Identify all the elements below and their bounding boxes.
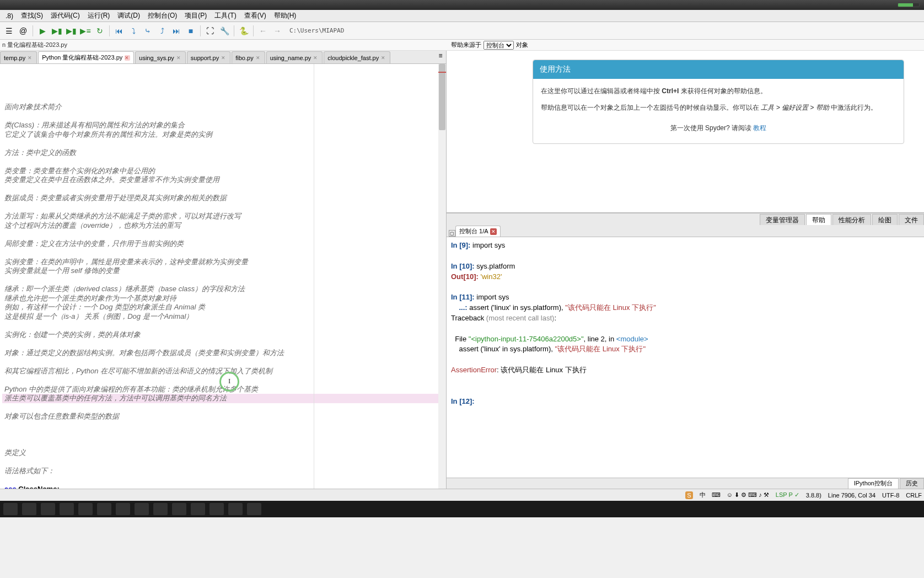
taskbar-item[interactable] [97, 503, 111, 515]
close-icon[interactable]: ✕ [125, 55, 130, 61]
editor-line: 派生类可以覆盖基类中的任何方法，方法中可以调用基类中的同名方法 [2, 394, 446, 403]
editor-line [2, 376, 446, 385]
editor-line: 这个过程叫方法的覆盖（override），也称为方法的重写 [2, 221, 446, 231]
tab-usingname[interactable]: using_name.py✕ [266, 51, 323, 63]
taskbar-item[interactable] [153, 503, 168, 515]
tab-history[interactable]: 历史 [900, 478, 924, 489]
scroll-thumb[interactable] [439, 64, 445, 130]
menu-tools[interactable]: 工具(T) [211, 10, 239, 22]
at-icon[interactable]: @ [17, 24, 30, 38]
help-card: 使用方法 在这里你可以通过在编辑器或者终端中按 Ctrl+I 来获得任何对象的帮… [533, 60, 904, 144]
tab-active[interactable]: Python 量化编程基础-2023.py✕ [38, 51, 134, 63]
run-cell-button[interactable]: ▶▮ [50, 24, 63, 38]
statusbar: S 中 ⌨ ☺ ⬇ ⚙ ⌨ ♪ ⚒ LSP P ✓ 3.8.8) Line 79… [0, 489, 924, 501]
editor-line: 实例化：创建一个类的实例，类的具体对象 [2, 330, 446, 340]
editor-line: Python 中的类提供了面向对象编程的所有基本功能：类的继承机制允许多个基类 [2, 385, 446, 394]
list-icon[interactable]: ☰ [2, 24, 15, 38]
tab-plots[interactable]: 绘图 [872, 214, 898, 225]
editor-tabs: temp.py✕ Python 量化编程基础-2023.py✕ using_sy… [0, 51, 446, 64]
debug-out-button[interactable]: ⤴ [155, 24, 169, 38]
menu-debug[interactable]: 调试(D) [114, 10, 143, 22]
taskbar-item[interactable] [60, 503, 74, 515]
console-dock-icon[interactable]: ▢ [449, 230, 455, 237]
help-card-title: 使用方法 [533, 60, 904, 79]
ipython-console[interactable]: In [9]: import sys In [10]: sys.platform… [447, 237, 924, 478]
status-extra-icons[interactable]: ☺ ⬇ ⚙ ⌨ ♪ ⚒ [727, 491, 769, 499]
run-selection-button[interactable]: ▶≡ [79, 24, 92, 38]
debug-stop-button[interactable]: ■ [184, 24, 197, 38]
taskbar-item[interactable] [78, 503, 93, 515]
tab-cloudpickle[interactable]: cloudpickle_fast.py✕ [324, 51, 390, 63]
rerun-button[interactable]: ↻ [93, 24, 106, 38]
breadcrumb-file[interactable]: n 量化编程基础-2023.py [2, 41, 67, 49]
close-icon[interactable]: ✕ [381, 55, 386, 61]
taskbar-item[interactable] [116, 503, 130, 515]
run-button[interactable]: ▶ [36, 24, 49, 38]
menu-view[interactable]: 查看(V) [241, 10, 270, 22]
help-paragraph-1: 在这里你可以通过在编辑器或者终端中按 Ctrl+I 来获得任何对象的帮助信息。 [541, 85, 896, 97]
close-icon[interactable]: ✕ [490, 228, 497, 235]
close-icon[interactable]: ✕ [221, 55, 227, 61]
console-line [451, 251, 920, 261]
taskbar-item[interactable] [228, 503, 243, 515]
debug-step-button[interactable]: ⤵ [127, 24, 140, 38]
taskbar-item[interactable] [209, 503, 224, 515]
main-area: temp.py✕ Python 量化编程基础-2023.py✕ using_sy… [0, 51, 924, 489]
menu-project[interactable]: 项目(P) [181, 10, 210, 22]
console-tab[interactable]: 控制台 1/A ✕ [455, 226, 501, 237]
status-keyboard-icon[interactable]: ⌨ [712, 491, 720, 499]
close-icon[interactable]: ✕ [176, 55, 182, 61]
tutorial-link[interactable]: 教程 [753, 124, 766, 132]
settings-icon[interactable]: 🔧 [218, 24, 231, 38]
taskbar-item[interactable] [22, 503, 36, 515]
python-icon[interactable]: 🐍 [237, 24, 250, 38]
tab-usingsys[interactable]: using_sys.py✕ [135, 51, 186, 63]
tabs-overflow-icon[interactable]: ≡ [436, 52, 445, 60]
menu-console[interactable]: 控制台(O) [144, 10, 180, 22]
right-pane-tabs: 变量管理器 帮助 性能分析 绘图 文件 [447, 213, 924, 225]
code-editor[interactable]: 面向对象技术简介 类(Class)：用来描述具有相同的属性和方法的对象的集合它定… [0, 64, 446, 489]
taskbar-item[interactable] [191, 503, 205, 515]
nav-back-button[interactable]: ← [256, 24, 270, 38]
status-sogou-icon[interactable]: S [685, 491, 693, 499]
help-object-label: 对象 [516, 41, 528, 49]
tab-files[interactable]: 文件 [899, 214, 924, 225]
debug-continue-button[interactable]: ⏭ [170, 24, 183, 38]
run-cell-advance-button[interactable]: ▶▮ [65, 24, 78, 38]
debug-first-button[interactable]: ⏮ [112, 24, 126, 38]
taskbar-item[interactable] [247, 503, 261, 515]
taskbar-item[interactable] [3, 503, 18, 515]
taskbar-item[interactable] [135, 503, 149, 515]
console-line: In [9]: import sys [451, 240, 920, 251]
tab-fibo[interactable]: fibo.py✕ [232, 51, 265, 63]
debug-into-button[interactable]: ⤷ [141, 24, 154, 38]
tab-profiler[interactable]: 性能分析 [832, 214, 871, 225]
help-source-select[interactable]: 控制台 [484, 41, 514, 50]
menu-help[interactable]: 帮助(H) [271, 10, 300, 22]
tab-ipython-console[interactable]: IPython控制台 [848, 478, 899, 489]
close-icon[interactable]: ✕ [28, 55, 33, 61]
scrollbar[interactable] [438, 64, 446, 489]
tab-support[interactable]: support.py✕ [187, 51, 230, 63]
editor-line [2, 357, 446, 367]
editor-line: 类变量：类变量在整个实例化的对象中是公用的 [2, 167, 446, 176]
taskbar-item[interactable] [41, 503, 55, 515]
menu-source[interactable]: 源代码(C) [47, 10, 83, 22]
tab-temp[interactable]: temp.py✕ [0, 51, 37, 63]
menu-run[interactable]: 运行(R) [84, 10, 114, 22]
tab-help[interactable]: 帮助 [806, 214, 831, 225]
editor-line: 对象可以包含任意数量和类型的数据 [2, 412, 446, 421]
status-ime[interactable]: 中 [700, 491, 706, 499]
taskbar-item[interactable] [172, 503, 186, 515]
menu-find[interactable]: 查找(S) [18, 10, 46, 22]
tab-variable-explorer[interactable]: 变量管理器 [760, 214, 805, 225]
working-dir-path: C:\Users\MIAPAD [289, 27, 344, 34]
editor-ruler [314, 64, 314, 489]
close-icon[interactable]: ✕ [256, 55, 261, 61]
status-python-version: 3.8.8) [806, 492, 821, 499]
fullscreen-icon[interactable]: ⛶ [203, 24, 217, 38]
nav-forward-button[interactable]: → [271, 24, 284, 38]
editor-line: 局部变量：定义在方法中的变量，只作用于当前实例的类 [2, 239, 446, 249]
editor-line: 实例变量：在类的声明中，属性是用变量来表示的，这种变量就称为实例变量 [2, 258, 446, 267]
close-icon[interactable]: ✕ [313, 55, 319, 61]
